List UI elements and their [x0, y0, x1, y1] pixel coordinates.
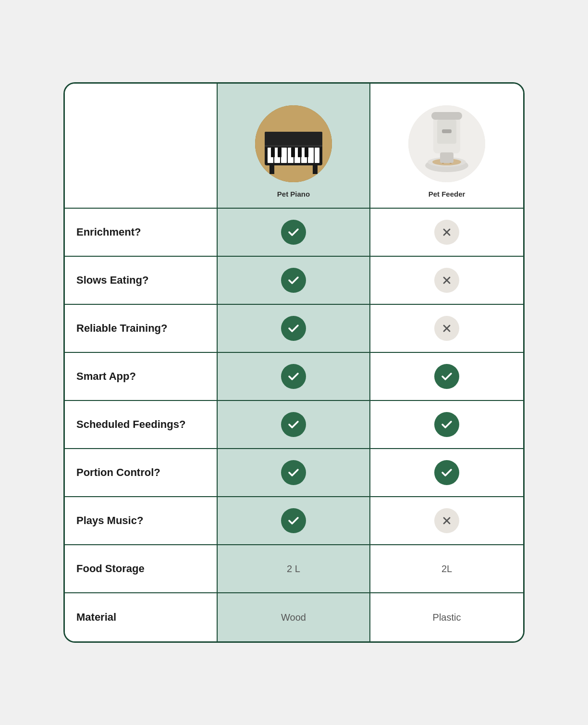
header-piano-cell: Pet Piano: [218, 84, 370, 209]
piano-value-cell: Wood: [218, 593, 370, 641]
cross-icon: [434, 508, 459, 533]
svg-rect-12: [271, 148, 275, 157]
feeder-value-cell: [370, 305, 523, 353]
cross-icon: [434, 220, 459, 245]
row-label-cell: Reliable Training?: [65, 305, 218, 353]
text-value: Wood: [281, 612, 306, 623]
piano-value-cell: [218, 305, 370, 353]
comparison-table: Pet Piano: [63, 82, 525, 643]
row-label-cell: Scheduled Feedings?: [65, 401, 218, 449]
text-value: 2L: [441, 563, 452, 575]
row-label: Plays Music?: [76, 514, 143, 527]
piano-value-cell: [218, 257, 370, 305]
svg-rect-18: [265, 145, 322, 147]
row-label-cell: Food Storage: [65, 545, 218, 593]
text-value: 2 L: [287, 563, 300, 575]
feeder-value-cell: 2L: [370, 545, 523, 593]
svg-rect-13: [278, 148, 282, 157]
feeder-value-cell: [370, 209, 523, 257]
row-label: Scheduled Feedings?: [76, 418, 185, 431]
row-label: Portion Control?: [76, 466, 160, 479]
check-icon: [281, 220, 306, 245]
row-label: Enrichment?: [76, 226, 141, 238]
check-icon: [281, 316, 306, 341]
piano-value-cell: [218, 401, 370, 449]
row-label-cell: Portion Control?: [65, 449, 218, 497]
svg-rect-17: [265, 132, 322, 146]
row-label: Material: [76, 611, 116, 624]
row-label-cell: Material: [65, 593, 218, 641]
row-label-cell: Enrichment?: [65, 209, 218, 257]
row-label-cell: Smart App?: [65, 353, 218, 401]
row-label: Reliable Training?: [76, 322, 167, 335]
cross-icon: [434, 268, 459, 293]
text-value: Plastic: [433, 612, 461, 623]
svg-rect-16: [305, 148, 308, 157]
header-label-cell: [65, 84, 218, 209]
row-label: Slows Eating?: [76, 274, 148, 287]
check-icon: [281, 364, 306, 389]
svg-rect-15: [298, 148, 302, 157]
table-grid: Pet Piano: [65, 84, 523, 641]
check-icon: [281, 508, 306, 533]
feeder-value-cell: [370, 449, 523, 497]
check-icon: [281, 268, 306, 293]
feeder-value-cell: Plastic: [370, 593, 523, 641]
svg-rect-3: [313, 162, 318, 174]
piano-value-cell: [218, 449, 370, 497]
check-icon: [434, 460, 459, 485]
feeder-value-cell: [370, 401, 523, 449]
check-icon: [434, 364, 459, 389]
piano-product-name: Pet Piano: [277, 190, 310, 198]
feeder-value-cell: [370, 497, 523, 545]
piano-value-cell: 2 L: [218, 545, 370, 593]
check-icon: [281, 460, 306, 485]
svg-rect-10: [308, 148, 314, 163]
check-icon: [281, 412, 306, 437]
row-label-cell: Plays Music?: [65, 497, 218, 545]
feeder-image: [408, 105, 485, 182]
cross-icon: [434, 316, 459, 341]
row-label: Food Storage: [76, 562, 145, 575]
row-label: Smart App?: [76, 370, 136, 383]
svg-rect-2: [270, 162, 274, 174]
piano-image: [255, 105, 332, 182]
svg-rect-22: [431, 112, 462, 120]
piano-value-cell: [218, 353, 370, 401]
svg-rect-30: [442, 129, 452, 133]
row-label-cell: Slows Eating?: [65, 257, 218, 305]
svg-rect-14: [291, 148, 295, 157]
svg-rect-29: [440, 152, 453, 163]
svg-rect-11: [315, 148, 319, 163]
header-feeder-cell: Pet Feeder: [370, 84, 523, 209]
feeder-value-cell: [370, 353, 523, 401]
piano-value-cell: [218, 209, 370, 257]
piano-value-cell: [218, 497, 370, 545]
feeder-product-name: Pet Feeder: [429, 190, 466, 198]
svg-rect-6: [281, 148, 287, 163]
feeder-value-cell: [370, 257, 523, 305]
check-icon: [434, 412, 459, 437]
